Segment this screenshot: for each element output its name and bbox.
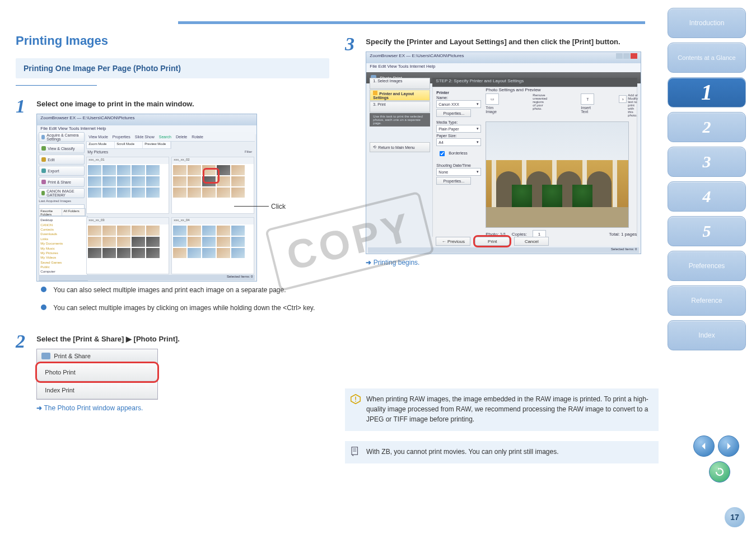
nav-introduction[interactable]: Introduction — [668, 8, 746, 38]
nav-chapter-1[interactable]: 1 — [668, 77, 746, 107]
caution-text: When printing RAW images, the image embe… — [366, 394, 651, 424]
chevron-down-icon: ▾ — [477, 127, 479, 131]
chevron-down-icon: ▾ — [477, 102, 479, 106]
shooting-properties-button[interactable]: Properties... — [436, 177, 471, 185]
tab-scroll[interactable]: Scroll Mode — [115, 142, 143, 148]
paper-select[interactable]: A4▾ — [436, 138, 481, 146]
window-titlebar: ZoomBrowser EX — E:\Users\CANON\Pictures — [37, 114, 256, 125]
printer-name-label: Name: — [436, 96, 483, 100]
chevron-down-icon: ▾ — [477, 140, 479, 144]
nav-contents[interactable]: Contents at a Glance — [668, 43, 746, 73]
task-view[interactable]: View & Classify — [39, 143, 85, 153]
next-page-button[interactable] — [718, 435, 739, 457]
return-icon: ⟲ — [373, 145, 376, 149]
cancel-button[interactable]: Cancel — [514, 237, 549, 246]
nav-reference[interactable]: Reference — [668, 285, 746, 316]
step-3-text: Specify the [Printer and Layout Settings… — [366, 37, 651, 47]
text-icon: T — [586, 97, 589, 101]
view-tabs: Zoom Mode Scroll Mode Preview Mode — [86, 141, 171, 149]
svg-rect-1 — [355, 397, 356, 400]
nav-index[interactable]: Index — [668, 320, 746, 350]
crop-icon: ▭ — [491, 97, 494, 101]
shooting-select[interactable]: None▾ — [436, 168, 481, 176]
tab-all[interactable]: All Folders — [62, 209, 85, 216]
menu-index-print[interactable]: Index Print — [37, 381, 157, 399]
borderless-checkbox[interactable]: Borderless — [436, 148, 483, 159]
menu-photo-print[interactable]: Photo Print — [37, 363, 157, 381]
tab-fav[interactable]: Favorite Folders — [39, 209, 62, 216]
pp-step-layout[interactable]: Printer and Layout Settings — [370, 90, 430, 101]
max-icon — [623, 53, 630, 59]
filter-label[interactable]: Filter — [245, 150, 252, 153]
nav-chapter-2[interactable]: 2 — [668, 112, 746, 142]
next-photo-button[interactable]: › — [619, 95, 627, 103]
step-1-bullets: You can also select multiple images and … — [41, 285, 322, 313]
task-edit[interactable]: Edit — [39, 154, 85, 165]
tool-properties[interactable]: Properties — [113, 135, 130, 139]
pp-return-button[interactable]: ⟲Return to Main Menu — [370, 142, 430, 152]
tool-rotate[interactable]: Rotate — [192, 135, 203, 139]
bullet-2: You can select multiple images by clicki… — [41, 303, 322, 313]
subsection-underline — [16, 85, 97, 86]
camera-icon — [41, 135, 45, 139]
nav-preferences[interactable]: Preferences — [668, 251, 746, 281]
pp-step-print[interactable]: 3. Print — [370, 101, 430, 113]
prev-page-button[interactable] — [693, 435, 715, 457]
svg-rect-3 — [352, 447, 358, 455]
previous-button[interactable]: ← Previous — [436, 237, 470, 246]
step-3: 3 Specify the [Printer and Layout Settin… — [345, 34, 659, 271]
last-acquired-label: Last Acquired Images — [39, 199, 85, 203]
info-text: With ZB, you cannot print movies. You ca… — [366, 447, 559, 457]
text-button[interactable]: T — [581, 93, 594, 105]
svg-rect-2 — [355, 401, 356, 402]
callout-line — [234, 206, 269, 207]
task-print-share[interactable]: Print & Share — [39, 177, 85, 187]
pp-settings-panel: Printer Name: Canon XXX▾ Properties... M… — [432, 87, 637, 239]
tab-zoom[interactable]: Zoom Mode — [87, 142, 115, 148]
task-export[interactable]: Export — [39, 166, 85, 176]
pp-step-select[interactable]: 1. Select Images — [370, 78, 430, 89]
media-select[interactable]: Plain Paper▾ — [436, 125, 481, 133]
callout-label: Click — [271, 203, 286, 210]
shooting-label: Shooting Date/Time — [436, 163, 483, 167]
step-2-result: ➜ The Photo Print window appears. — [36, 404, 322, 412]
tab-preview[interactable]: Preview Mode — [143, 142, 171, 148]
preview-header: Photo Settings and Preview — [486, 87, 637, 92]
print-icon — [41, 180, 46, 184]
tool-viewmode[interactable]: View Mode — [88, 135, 108, 139]
tool-search[interactable]: Search — [159, 135, 171, 139]
info-icon — [351, 447, 361, 457]
task-acquire[interactable]: Acquire & Camera Settings — [39, 132, 85, 142]
zoombrowser-screenshot: ZoomBrowser EX — E:\Users\CANON\Pictures… — [36, 114, 257, 282]
folder-icon — [41, 146, 46, 151]
printer-properties-button[interactable]: Properties... — [436, 109, 471, 117]
globe-icon — [41, 191, 45, 195]
pp-steps: 1. Select Images Printer and Layout Sett… — [370, 78, 430, 152]
pager-total: Total: 1 pages — [609, 232, 637, 237]
nav-chapter-4[interactable]: 4 — [668, 181, 746, 212]
return-page-button[interactable] — [709, 461, 730, 483]
printer-icon — [41, 353, 50, 359]
pp-step-label: STEP 2: Specify Printer and Layout Setti… — [432, 78, 637, 87]
folder-panel-1: xxx_xx_01 — [86, 157, 169, 214]
folder-panel-2: xxx_xx_02 — [171, 157, 254, 214]
print-button[interactable]: Print — [475, 237, 510, 246]
task-gateway[interactable]: CANON iMAGE GATEWAY — [39, 188, 85, 198]
close-icon — [631, 53, 637, 59]
breadcrumb: My Pictures — [87, 150, 108, 154]
printer-name-select[interactable]: Canon XXX▾ — [436, 100, 481, 108]
subsection-bar: Printing One Image Per Page (Photo Print… — [16, 58, 329, 78]
nav-chapter-5[interactable]: 5 — [668, 216, 746, 246]
page-number: 17 — [725, 507, 745, 527]
arrow-icon: ➜ — [366, 259, 371, 266]
tool-delete[interactable]: Delete — [176, 135, 187, 139]
tool-slideshow[interactable]: Slide Show — [135, 135, 155, 139]
min-icon — [616, 53, 623, 59]
text-label: Insert Text — [581, 106, 594, 114]
info-note: With ZB, you cannot print movies. You ca… — [345, 441, 659, 463]
arrow-icon: ➜ — [36, 404, 42, 412]
trim-button[interactable]: ▭ — [486, 93, 499, 105]
window-buttons[interactable] — [615, 53, 637, 62]
nav-chapter-3[interactable]: 3 — [668, 147, 746, 177]
folder-tree[interactable]: Desktop CANON Contacts Downloads Links M… — [39, 216, 88, 281]
